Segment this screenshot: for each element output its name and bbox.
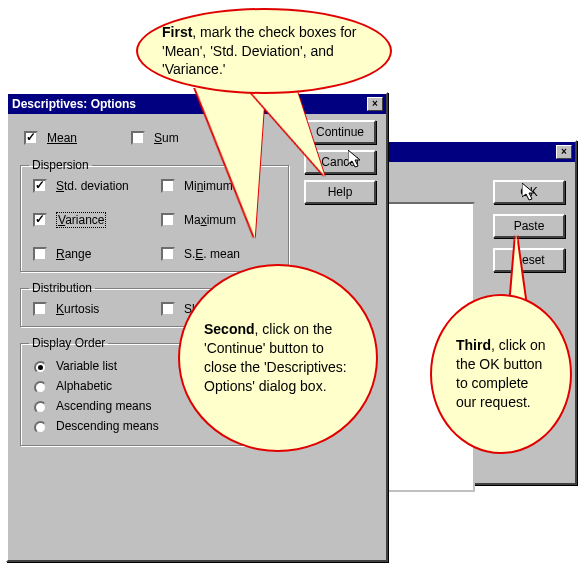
stddev-check-input[interactable] [33, 179, 47, 193]
mean-checkbox[interactable]: Mean [20, 128, 77, 148]
sum-check-input[interactable] [131, 131, 145, 145]
reset-button[interactable]: Reset [493, 248, 565, 272]
semean-check-input[interactable] [161, 247, 175, 261]
callout-first-bold: First [162, 24, 192, 40]
paste-button[interactable]: Paste [493, 214, 565, 238]
callout-first-text: , mark the check boxes for 'Mean', 'Std.… [162, 24, 357, 78]
help-button[interactable]: Help [304, 180, 376, 204]
titlebar-back: × [377, 142, 575, 162]
mean-check-input[interactable] [24, 131, 38, 145]
svg-marker-0 [348, 150, 360, 167]
sum-checkbox[interactable]: Sum [127, 128, 179, 148]
stddev-label: Std. deviation [56, 179, 129, 193]
semean-checkbox[interactable]: S.E. mean [157, 244, 281, 264]
range-label: Range [56, 247, 91, 261]
close-icon[interactable]: × [367, 97, 383, 111]
stddev-checkbox[interactable]: Std. deviation [29, 176, 153, 196]
sum-label: Sum [154, 131, 179, 145]
kurtosis-check-input[interactable] [33, 302, 47, 316]
alphabetic-radio-input[interactable] [34, 381, 47, 394]
dialog-title: Descriptives: Options [12, 97, 136, 111]
descending-label: Descending means [56, 419, 159, 433]
mean-label: Mean [47, 131, 77, 145]
minimum-check-input[interactable] [161, 179, 175, 193]
callout-first: First, mark the check boxes for 'Mean', … [136, 8, 392, 94]
close-icon[interactable]: × [556, 145, 572, 159]
callout-second: Second, click on the 'Continue' button t… [178, 264, 378, 452]
variance-checkbox[interactable]: Variance [29, 210, 153, 230]
variable-list-radio-input[interactable] [34, 361, 47, 374]
kurtosis-checkbox[interactable]: Kurtosis [29, 299, 153, 319]
skewness-check-input[interactable] [161, 302, 175, 316]
callout-third-bold: Third [456, 337, 491, 353]
range-checkbox[interactable]: Range [29, 244, 153, 264]
svg-marker-1 [522, 183, 534, 200]
variance-label: Variance [56, 213, 106, 227]
semean-label: S.E. mean [184, 247, 240, 261]
variance-check-input[interactable] [33, 213, 47, 227]
kurtosis-label: Kurtosis [56, 302, 99, 316]
continue-button[interactable]: Continue [304, 120, 376, 144]
ascending-radio-input[interactable] [34, 401, 47, 414]
descending-radio-input[interactable] [34, 421, 47, 434]
callout-third: Third, click on the OK button to complet… [430, 294, 572, 454]
display-order-legend: Display Order [29, 336, 108, 350]
variable-list-label: Variable list [56, 359, 117, 373]
maximum-check-input[interactable] [161, 213, 175, 227]
distribution-legend: Distribution [29, 281, 95, 295]
alphabetic-label: Alphabetic [56, 379, 112, 393]
dispersion-legend: Dispersion [29, 158, 92, 172]
callout-second-bold: Second [204, 321, 255, 337]
range-check-input[interactable] [33, 247, 47, 261]
ascending-label: Ascending means [56, 399, 151, 413]
